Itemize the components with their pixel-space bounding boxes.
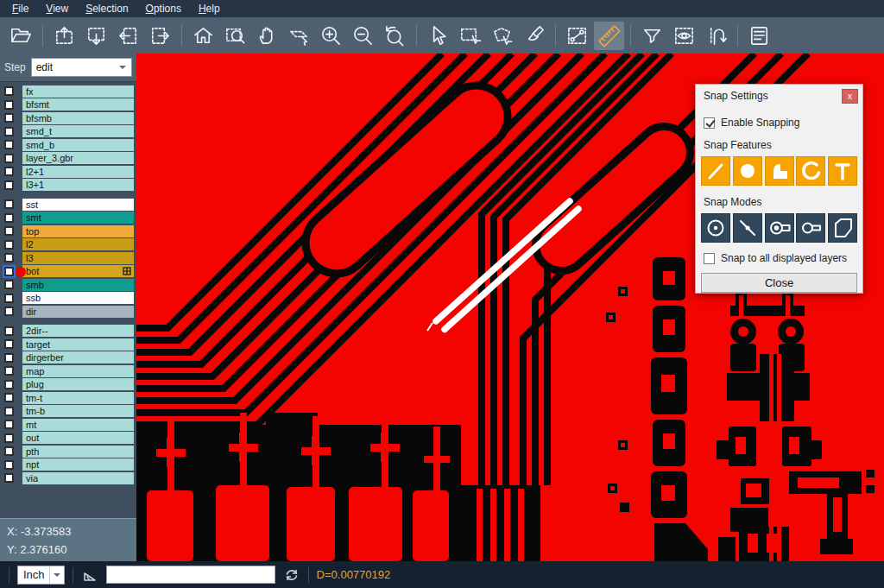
layer-row-map[interactable]: map xyxy=(0,364,136,378)
layer-row-mt[interactable]: mt xyxy=(0,418,136,432)
all-layers-checkbox[interactable] xyxy=(704,253,715,264)
layer-row-smb[interactable]: smb xyxy=(0,278,136,292)
layer-row-bot[interactable]: bot xyxy=(0,265,136,279)
layer-name[interactable]: fx xyxy=(22,85,134,98)
layer-name[interactable]: smd_b xyxy=(22,139,134,151)
layer-visibility-checkbox[interactable] xyxy=(4,460,14,470)
close-button[interactable]: Close xyxy=(701,273,857,293)
layer-visibility-checkbox[interactable] xyxy=(4,180,14,190)
ruler-button[interactable] xyxy=(594,22,624,50)
layer-row-fx[interactable]: fx xyxy=(0,85,136,98)
path-profile-button[interactable] xyxy=(701,22,731,50)
zoom-selection-button[interactable] xyxy=(284,22,314,50)
layer-visibility-checkbox[interactable] xyxy=(4,433,14,443)
layer-row-top[interactable]: top xyxy=(0,224,136,238)
layer-name[interactable]: bot xyxy=(22,265,134,277)
layer-row-target[interactable]: target xyxy=(0,338,136,351)
clean-brush-button[interactable] xyxy=(519,22,549,50)
sync-icon[interactable] xyxy=(283,566,300,584)
menu-selection[interactable]: Selection xyxy=(77,1,136,16)
layer-row-smd_t[interactable]: smd_t xyxy=(0,125,136,139)
layer-visibility-checkbox[interactable] xyxy=(4,407,14,416)
layer-name[interactable]: smb xyxy=(22,279,134,291)
pcb-canvas[interactable]: Snap Settings x Enable Snapping Snap Fea… xyxy=(136,54,884,561)
layer-visibility-checkbox[interactable] xyxy=(4,307,14,316)
step-select[interactable]: edit xyxy=(31,58,132,77)
menu-view[interactable]: View xyxy=(37,1,77,16)
layer-visibility-checkbox[interactable] xyxy=(4,127,14,136)
layer-visibility-checkbox[interactable] xyxy=(4,366,14,376)
layer-row-pth[interactable]: pth xyxy=(0,445,136,458)
layer-visibility-checkbox[interactable] xyxy=(4,339,14,349)
layer-visibility-checkbox[interactable] xyxy=(4,113,14,123)
layer-name[interactable]: npt xyxy=(22,458,134,471)
layer-row-l2+1[interactable]: l2+1 xyxy=(0,165,136,179)
layer-name[interactable]: plug xyxy=(22,378,134,390)
layer-row-plug[interactable]: plug xyxy=(0,378,136,392)
snap-mode-center-button[interactable] xyxy=(701,213,730,243)
enable-snapping-checkbox[interactable] xyxy=(704,117,715,129)
select-polygon-button[interactable] xyxy=(487,22,517,50)
layer-name[interactable]: pth xyxy=(22,446,134,458)
layer-name[interactable]: l2+1 xyxy=(22,166,134,178)
layer-visibility-checkbox[interactable] xyxy=(4,353,14,363)
layer-row-sst[interactable]: sst xyxy=(0,198,136,212)
layer-row-l2[interactable]: l2 xyxy=(0,238,136,252)
layer-row-2dir--[interactable]: 2dir-- xyxy=(0,325,136,338)
layer-row-dir[interactable]: dir xyxy=(0,305,136,319)
pan-up-button[interactable] xyxy=(49,22,79,50)
layer-row-via[interactable]: via xyxy=(0,471,136,485)
unit-select[interactable]: Inch xyxy=(17,566,65,585)
layer-visibility-checkbox[interactable] xyxy=(4,226,14,236)
menu-options[interactable]: Options xyxy=(137,1,190,16)
report-button[interactable] xyxy=(744,22,774,50)
layer-visibility-checkbox[interactable] xyxy=(4,280,14,289)
measure-input[interactable] xyxy=(106,566,275,584)
layer-visibility-checkbox[interactable] xyxy=(4,326,14,336)
layer-visibility-checkbox[interactable] xyxy=(4,253,14,262)
layer-name[interactable]: map xyxy=(22,365,134,377)
layer-name[interactable]: ssb xyxy=(22,292,134,304)
layer-visibility-checkbox[interactable] xyxy=(4,240,14,250)
layer-name[interactable]: layer_3.gbr xyxy=(22,152,134,164)
layer-name[interactable]: dir xyxy=(22,306,134,318)
snap-mode-midpoint-button[interactable] xyxy=(733,213,762,243)
layer-row-layer_3.gbr[interactable]: layer_3.gbr xyxy=(0,152,136,166)
layer-visibility-checkbox[interactable] xyxy=(4,446,14,456)
measure-line-button[interactable] xyxy=(562,22,592,50)
layer-row-bfsmt[interactable]: bfsmt xyxy=(0,98,136,112)
layer-name[interactable]: mt xyxy=(22,419,134,431)
layer-visibility-checkbox[interactable] xyxy=(4,140,14,149)
pan-left-button[interactable] xyxy=(113,22,143,50)
layer-visibility-checkbox[interactable] xyxy=(4,473,14,483)
zoom-previous-button[interactable] xyxy=(380,22,410,50)
pan-hand-button[interactable] xyxy=(252,22,282,50)
layer-row-smt[interactable]: smt xyxy=(0,212,136,225)
layer-name[interactable]: target xyxy=(22,338,134,351)
layer-visibility-checkbox[interactable] xyxy=(4,167,14,176)
open-folder-button[interactable] xyxy=(6,22,36,50)
layer-row-ssb[interactable]: ssb xyxy=(0,292,136,306)
layer-name[interactable]: out xyxy=(22,432,134,444)
layer-visibility-checkbox[interactable] xyxy=(4,100,14,110)
layer-visibility-checkbox[interactable] xyxy=(4,154,14,163)
layer-row-dirgerber[interactable]: dirgerber xyxy=(0,351,136,365)
layer-name[interactable]: tm-b xyxy=(22,405,134,417)
select-rect-button[interactable] xyxy=(455,22,485,50)
layer-visibility-checkbox[interactable] xyxy=(4,86,14,96)
layer-visibility-checkbox[interactable] xyxy=(4,267,14,276)
menu-help[interactable]: Help xyxy=(190,1,229,16)
layer-row-l3[interactable]: l3 xyxy=(0,251,136,265)
layer-name[interactable]: l3 xyxy=(22,252,134,264)
layer-row-out[interactable]: out xyxy=(0,432,136,446)
select-arrow-button[interactable] xyxy=(423,22,453,50)
layer-name[interactable]: tm-t xyxy=(22,392,134,404)
snap-mode-vertex-button[interactable] xyxy=(828,213,857,243)
layer-name[interactable]: smt xyxy=(22,212,134,224)
layer-row-tm-t[interactable]: tm-t xyxy=(0,391,136,405)
layer-visibility-checkbox[interactable] xyxy=(4,294,14,303)
zoom-out-button[interactable] xyxy=(348,22,378,50)
layer-name[interactable]: 2dir-- xyxy=(22,325,134,337)
layer-visibility-checkbox[interactable] xyxy=(4,420,14,429)
layer-row-tm-b[interactable]: tm-b xyxy=(0,405,136,419)
